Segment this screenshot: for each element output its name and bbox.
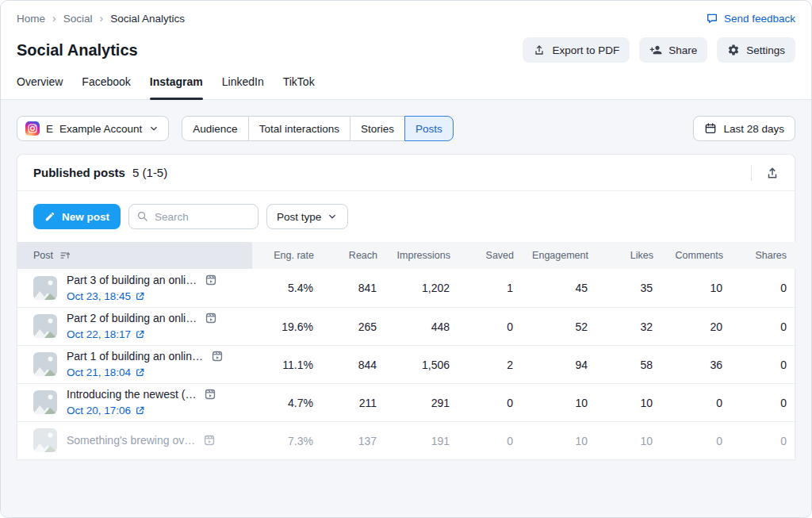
table-row: Part 2 of building an onli… Oct 22, 18:1…	[17, 307, 798, 345]
column-header-comments: Comments	[653, 242, 723, 269]
cell-comments: 0	[653, 383, 723, 421]
table-row: Part 1 of building an onlin… Oct 21, 18:…	[17, 345, 798, 383]
cell-impressions: 1,506	[377, 345, 450, 383]
column-header-impressions: Impressions	[377, 242, 450, 269]
search-icon	[136, 210, 148, 222]
cell-impressions: 1,202	[377, 269, 450, 307]
cell-reach: 211	[314, 383, 377, 421]
settings-label: Settings	[746, 44, 785, 56]
post-title[interactable]: Part 1 of building an onlin…	[67, 350, 203, 363]
post-title[interactable]: Introducing the newest (…	[67, 388, 196, 401]
post-type-dropdown[interactable]: Post type	[266, 204, 348, 229]
new-post-button[interactable]: New post	[33, 204, 121, 229]
cell-eng-rate: 4.7%	[252, 383, 314, 421]
cell-eng-rate: 19.6%	[252, 307, 314, 345]
cell-impressions: 291	[377, 383, 450, 421]
post-date-link[interactable]: Oct 20, 17:06	[67, 405, 216, 416]
card-header: Published posts 5 (1-5)	[17, 155, 795, 191]
cell-shares: 0	[723, 421, 798, 459]
external-link-icon	[135, 405, 145, 416]
post-date-link[interactable]: Oct 23, 18:45	[67, 290, 217, 302]
controls-row: E Example Account Audience Total interac…	[17, 116, 795, 141]
tab-instagram[interactable]: Instagram	[150, 72, 203, 99]
cell-reach: 844	[314, 345, 377, 383]
reel-icon	[204, 388, 216, 401]
column-header-saved: Saved	[450, 242, 514, 269]
breadcrumb-social[interactable]: Social	[63, 13, 93, 25]
segment-posts[interactable]: Posts	[404, 116, 454, 141]
post-title[interactable]: Part 2 of building an onli…	[67, 312, 197, 324]
posts-table: Post Eng. rate Reach Impressions Saved E…	[17, 242, 798, 459]
title-row: Social Analytics Export to PDF Share Set…	[1, 36, 811, 63]
post-thumbnail	[33, 428, 57, 452]
breadcrumb-current: Social Analytics	[110, 13, 185, 25]
column-header-likes: Likes	[588, 242, 653, 269]
cell-likes: 10	[588, 421, 653, 459]
segment-audience[interactable]: Audience	[182, 116, 248, 141]
share-button[interactable]: Share	[639, 37, 707, 63]
cell-saved: 0	[450, 307, 514, 345]
cell-engagement: 52	[514, 307, 588, 345]
card-count: 5 (1-5)	[132, 166, 167, 179]
share-label: Share	[668, 44, 697, 56]
cell-eng-rate: 11.1%	[252, 345, 314, 383]
divider	[751, 165, 752, 181]
cell-comments: 0	[653, 421, 723, 459]
column-header-post[interactable]: Post	[17, 242, 252, 269]
chat-icon	[706, 12, 718, 25]
date-range-button[interactable]: Last 28 days	[693, 116, 795, 141]
settings-button[interactable]: Settings	[717, 37, 795, 63]
export-pdf-button[interactable]: Export to PDF	[523, 37, 630, 63]
tab-tiktok[interactable]: TikTok	[283, 72, 315, 99]
post-thumbnail	[33, 276, 57, 300]
column-header-engagement: Engagement	[514, 242, 588, 269]
cell-engagement: 45	[514, 269, 588, 307]
page-title: Social Analytics	[17, 41, 138, 59]
breadcrumb-separator: ›	[99, 12, 103, 25]
send-feedback-link[interactable]: Send feedback	[706, 12, 795, 25]
content-area: E Example Account Audience Total interac…	[1, 100, 811, 517]
cell-engagement: 10	[514, 421, 588, 459]
post-date-label: Oct 22, 18:17	[67, 328, 131, 340]
top-bar: Home › Social › Social Analytics Send fe…	[1, 1, 811, 36]
account-selector[interactable]: E Example Account	[17, 116, 169, 141]
post-title[interactable]: Something's brewing ov…	[67, 434, 195, 447]
cell-likes: 32	[588, 307, 653, 345]
card-header-actions	[751, 163, 782, 182]
segment-stories[interactable]: Stories	[350, 116, 405, 141]
tab-overview[interactable]: Overview	[17, 72, 63, 99]
sort-icon	[59, 250, 71, 261]
posts-toolbar: New post Post type	[17, 191, 795, 242]
post-thumbnail	[33, 352, 57, 376]
account-badge: E	[46, 123, 53, 135]
post-date-label: Oct 20, 17:06	[67, 405, 131, 416]
cell-shares: 0	[723, 383, 798, 421]
image-icon	[33, 352, 57, 376]
cell-comments: 36	[653, 345, 723, 383]
cell-impressions: 191	[377, 421, 450, 459]
cell-engagement: 10	[514, 383, 588, 421]
external-link-icon	[135, 367, 145, 378]
breadcrumb-separator: ›	[52, 12, 56, 25]
table-header-row: Post Eng. rate Reach Impressions Saved E…	[17, 242, 798, 269]
social-analytics-page: Home › Social › Social Analytics Send fe…	[0, 0, 812, 518]
post-date-link[interactable]: Oct 22, 18:17	[67, 328, 217, 340]
date-range-label: Last 28 days	[723, 123, 784, 135]
account-name: Example Account	[59, 123, 142, 135]
cell-eng-rate: 7.3%	[252, 421, 314, 459]
tab-facebook[interactable]: Facebook	[82, 72, 130, 99]
breadcrumb-home[interactable]: Home	[17, 13, 45, 25]
cell-shares: 0	[723, 269, 798, 307]
table-row: Introducing the newest (… Oct 20, 17:06	[17, 383, 798, 421]
cell-saved: 0	[450, 383, 514, 421]
post-title[interactable]: Part 3 of building an onli…	[67, 274, 197, 286]
segment-total-interactions[interactable]: Total interactions	[248, 116, 350, 141]
reel-icon	[211, 350, 224, 363]
export-table-button[interactable]	[763, 163, 782, 182]
image-icon	[33, 428, 57, 452]
card-title-text: Published posts	[33, 166, 125, 179]
tab-linkedin[interactable]: LinkedIn	[222, 72, 264, 99]
cell-saved: 1	[450, 269, 514, 307]
cell-shares: 0	[723, 307, 798, 345]
post-date-link[interactable]: Oct 21, 18:04	[67, 366, 224, 378]
